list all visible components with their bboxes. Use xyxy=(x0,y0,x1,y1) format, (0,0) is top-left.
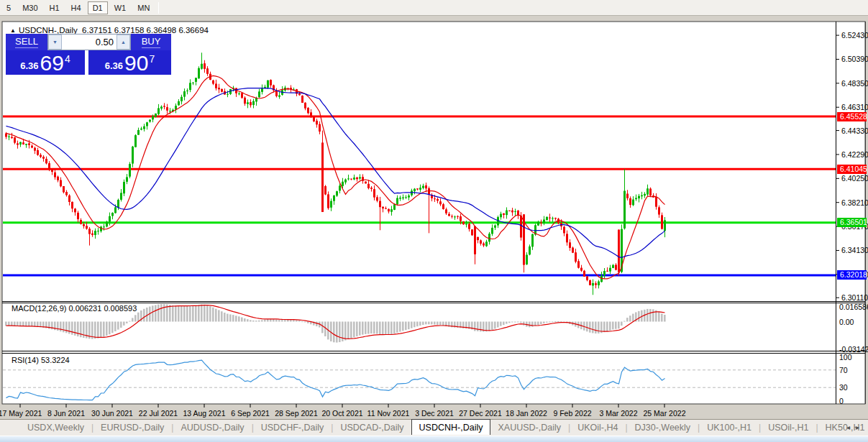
buy-price-sup: 7 xyxy=(149,53,155,65)
buy-price-box[interactable]: 6.36 90 7 xyxy=(88,50,171,75)
date-tick-label: 22 Jul 2021 xyxy=(139,409,178,418)
price-tick-label: 6.40250 xyxy=(841,174,868,183)
date-tick-label: 17 May 2021 xyxy=(0,409,42,418)
price-line-tag: 6.41045 xyxy=(837,165,867,174)
tab-uk100-h1[interactable]: UK100-,H1 xyxy=(700,420,759,435)
date-tick-label: 27 Dec 2021 xyxy=(459,409,502,418)
sell-price-sup: 4 xyxy=(65,53,70,65)
tab-usdcnh-daily[interactable]: USDCNH-,Daily xyxy=(411,419,491,435)
date-tick-label: 28 Sep 2021 xyxy=(275,409,318,418)
tab-usdx-weekly[interactable]: USDX,Weekly xyxy=(20,420,91,435)
tab-xauusd-daily[interactable]: XAUUSD-,Daily xyxy=(490,420,568,435)
tab-usoil-h1[interactable]: USOil-,H1 xyxy=(761,420,816,435)
sell-price-box[interactable]: 6.36 69 4 xyxy=(6,50,85,75)
date-tick-label: 13 Aug 2021 xyxy=(183,409,226,418)
price-tick-label: 6.48350 xyxy=(841,79,868,88)
rsi-label: RSI(14) 53.3224 xyxy=(12,356,70,364)
rsi-tick-label: 100 xyxy=(839,353,852,362)
tab-eurusd-daily[interactable]: EURUSD-,Daily xyxy=(93,420,171,435)
tab-ukoil-h4[interactable]: UKOil-,H4 xyxy=(570,420,625,435)
sell-button[interactable]: SELL xyxy=(6,34,47,50)
price-tick-label: 6.46310 xyxy=(841,103,868,111)
sell-button-label: SELL xyxy=(15,36,38,48)
volume-input[interactable]: 0.50 xyxy=(62,34,117,50)
tab-dj30-weekly[interactable]: DJ30-,Weekly xyxy=(628,420,698,435)
date-tick-label: 6 Sep 2021 xyxy=(231,409,270,418)
volume-stepper: ▼ 0.50 ▲ xyxy=(47,34,131,50)
price-tick-label: 6.38210 xyxy=(841,198,868,207)
price-tick-label: 6.42290 xyxy=(841,150,868,159)
price-line-tag: 6.36501 xyxy=(837,218,867,227)
date-tick-label: 25 Mar 2022 xyxy=(644,409,686,418)
date-tick-label: 30 Jun 2021 xyxy=(91,409,133,418)
sell-price-big: 69 xyxy=(40,53,64,73)
date-tick-label: 18 Jan 2022 xyxy=(506,409,547,418)
macd-tick-label: 0.00 xyxy=(839,318,854,326)
volume-decrease-button[interactable]: ▼ xyxy=(48,34,62,50)
price-tick-label: 6.50390 xyxy=(841,55,868,63)
buy-button-label: BUY xyxy=(142,36,161,48)
tab-scroll-left-icon[interactable]: ◂ xyxy=(846,423,856,431)
date-tick-label: 8 Jun 2021 xyxy=(47,409,85,418)
chart-tab-bar: USDX,Weekly|EURUSD-,Daily|AUDUSD-,Daily|… xyxy=(0,419,868,436)
rsi-tick-label: 0 xyxy=(839,397,844,405)
rsi-tick-label: 30 xyxy=(839,383,848,392)
tab-scroll-right-icon[interactable]: ▸ xyxy=(856,423,865,431)
macd-label: MACD(12,26,9) 0.006231 0.008593 xyxy=(12,304,137,313)
price-line-tag: 6.45528 xyxy=(837,112,867,121)
date-tick-label: 9 Feb 2022 xyxy=(553,409,591,418)
one-click-trade-panel: SELL ▼ 0.50 ▲ BUY 6.36 69 4 6.36 90 7 xyxy=(6,34,171,75)
status-bar-strip xyxy=(0,436,868,442)
price-line-tag: 6.32018 xyxy=(837,270,867,280)
price-tick-label: 6.52430 xyxy=(841,31,868,40)
buy-price-big: 90 xyxy=(124,53,148,73)
tab-scroll-arrows[interactable]: ◂▸ xyxy=(846,423,865,431)
volume-increase-button[interactable]: ▲ xyxy=(117,34,130,50)
buy-button[interactable]: BUY xyxy=(131,34,171,50)
price-tick-label: 6.34130 xyxy=(841,246,868,254)
sell-price-prefix: 6.36 xyxy=(20,60,38,71)
tab-audusd-daily[interactable]: AUDUSD-,Daily xyxy=(173,420,251,435)
date-tick-label: 3 Dec 2021 xyxy=(415,409,454,418)
price-tick-label: 6.44330 xyxy=(841,126,868,135)
tab-usdchf-daily[interactable]: USDCHF-,Daily xyxy=(254,420,332,435)
date-tick-label: 11 Nov 2021 xyxy=(367,409,410,418)
tab-usdcad-daily[interactable]: USDCAD-,Daily xyxy=(333,420,411,435)
date-tick-label: 20 Oct 2021 xyxy=(321,409,362,418)
collapse-triangle-icon[interactable]: ▲ xyxy=(10,27,16,34)
buy-price-prefix: 6.36 xyxy=(105,60,123,71)
macd-tick-label: 0.016586 xyxy=(839,303,868,311)
price-tick-label: 6.30110 xyxy=(841,293,868,302)
rsi-tick-label: 70 xyxy=(839,366,848,374)
date-tick-label: 3 Mar 2022 xyxy=(599,409,637,418)
